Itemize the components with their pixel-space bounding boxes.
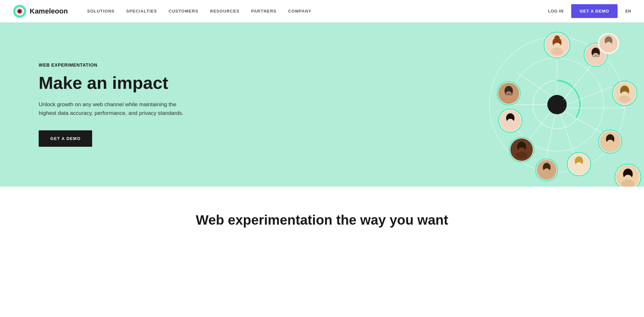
svg-point-23 [554, 35, 560, 41]
svg-point-62 [607, 140, 614, 147]
hero-demo-button[interactable]: GET A DEMO [39, 130, 92, 147]
svg-point-7 [547, 95, 567, 114]
svg-line-17 [517, 72, 552, 97]
bottom-section: Web experimentation the way you want [0, 187, 644, 241]
svg-line-10 [567, 87, 612, 105]
logo-link[interactable]: Kameleoon [13, 5, 68, 18]
nav-partners[interactable]: PARTNERS [251, 9, 276, 14]
nav-specialties[interactable]: SPECIALTIES [126, 9, 157, 14]
hero-section: WEB EXPERIMENTATION Make an impact Unloc… [0, 23, 644, 187]
bottom-title: Web experimentation the way you want [13, 212, 631, 228]
hero-visual [467, 23, 644, 187]
logo-icon [13, 5, 26, 18]
svg-point-50 [516, 152, 527, 159]
hero-title: Make an impact [39, 73, 187, 92]
hero-subtitle: Unlock growth on any web channel while m… [39, 100, 187, 117]
network-visualization [467, 23, 644, 187]
nav-demo-button[interactable]: GET A DEMO [571, 4, 618, 18]
nav-solutions[interactable]: SOLUTIONS [87, 9, 115, 14]
language-selector[interactable]: EN [625, 9, 631, 14]
nav-resources[interactable]: RESOURCES [210, 9, 240, 14]
svg-point-71 [605, 42, 612, 48]
svg-point-22 [551, 48, 563, 55]
hero-eyebrow: WEB EXPERIMENTATION [39, 62, 187, 68]
navigation: Kameleoon SOLUTIONS SPECIALTIES CUSTOMER… [0, 0, 644, 23]
hero-content: WEB EXPERIMENTATION Make an impact Unloc… [0, 37, 187, 173]
login-link[interactable]: LOG IN [548, 9, 563, 14]
svg-point-54 [543, 168, 550, 175]
svg-point-35 [619, 96, 630, 103]
svg-point-3 [18, 10, 21, 13]
nav-customers[interactable]: CUSTOMERS [169, 9, 198, 14]
svg-point-58 [575, 162, 582, 169]
nav-right: LOG IN GET A DEMO EN [548, 4, 631, 18]
svg-point-45 [507, 119, 514, 126]
nav-company[interactable]: COMPANY [288, 9, 312, 14]
nav-links: SOLUTIONS SPECIALTIES CUSTOMERS RESOURCE… [87, 9, 548, 14]
logo-text: Kameleoon [30, 7, 68, 15]
